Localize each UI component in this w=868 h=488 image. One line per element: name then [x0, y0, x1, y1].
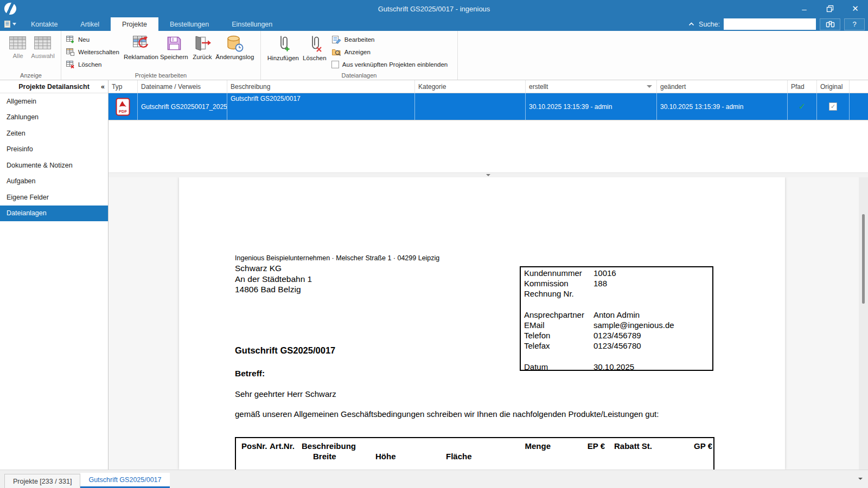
- doc-title: Gutschrift GS2025/0017: [235, 345, 335, 356]
- doc-col-rabatt: Rabatt St.: [614, 441, 652, 451]
- sidebar-item-aufgaben[interactable]: Aufgaben: [0, 174, 108, 190]
- anlage-hinzufuegen-button[interactable]: Hinzufügen: [265, 33, 301, 61]
- anlage-hinzufuegen-label: Hinzufügen: [267, 55, 299, 61]
- binoculars-icon: [826, 20, 835, 28]
- doc-recipient-name: Schwarz KG: [235, 263, 312, 274]
- attachment-row[interactable]: PDF Gutschrift GS20250017_20251... Gutsc…: [108, 93, 868, 120]
- splitter-handle[interactable]: [108, 172, 868, 177]
- grid-selection-icon: [34, 35, 52, 51]
- chevron-up-icon[interactable]: [688, 22, 695, 27]
- aenderungslog-label: Änderungslog: [215, 54, 254, 60]
- aenderungslog-button[interactable]: Änderungslog: [215, 33, 255, 60]
- pdf-file-icon: PDF: [116, 98, 130, 116]
- column-header-erstellt-label: erstellt: [529, 83, 548, 91]
- column-header-beschreibung[interactable]: Beschreibung: [227, 80, 415, 93]
- sidebar-item-eigene-felder[interactable]: Eigene Felder: [0, 189, 108, 206]
- close-button[interactable]: ✕: [843, 0, 868, 17]
- cell-dateiname: Gutschrift GS20250017_20251...: [138, 93, 227, 120]
- projekt-loeschen-button[interactable]: Löschen: [66, 59, 119, 70]
- projekt-loeschen-label: Löschen: [78, 61, 101, 68]
- sidebar-item-zahlungen[interactable]: Zahlungen: [0, 110, 108, 126]
- column-header-original[interactable]: Original: [817, 80, 850, 93]
- search-button[interactable]: [820, 18, 840, 30]
- doc-subject-label: Betreff:: [235, 369, 265, 378]
- sidebar-item-dateianlagen[interactable]: Dateianlagen: [0, 206, 108, 222]
- save-icon: [165, 35, 183, 52]
- preview-scrollbar[interactable]: [859, 177, 868, 470]
- cell-filler: [850, 93, 868, 120]
- app-menu-caret-icon: [12, 23, 16, 25]
- help-button[interactable]: ?: [844, 18, 865, 30]
- info-value: Anton Admin: [593, 310, 640, 320]
- cell-geaendert: 30.10.2025 13:15:39 - admin: [657, 93, 788, 120]
- minimize-button[interactable]: –: [792, 0, 817, 17]
- info-label: EMail: [524, 320, 593, 330]
- anlage-loeschen-button[interactable]: Löschen: [301, 33, 328, 61]
- doc-col-breite: Breite: [313, 452, 336, 461]
- reklamation-icon: [132, 35, 150, 52]
- table-new-icon: [66, 35, 75, 44]
- doc-col-menge: Menge: [507, 441, 551, 451]
- tab-overflow-icon[interactable]: [858, 478, 863, 480]
- status-tab-projekte[interactable]: Projekte [233 / 331]: [4, 474, 80, 488]
- sidebar-item-preisinfo[interactable]: Preisinfo: [0, 142, 108, 158]
- doc-recipient-address: Schwarz KG An der Städtebahn 1 14806 Bad…: [235, 263, 312, 295]
- speichern-label: Speichern: [160, 54, 188, 60]
- doc-info-box: Kundennummer10016 Kommission188 Rechnung…: [520, 266, 713, 371]
- alle-button[interactable]: Alle: [5, 33, 30, 59]
- app-menu-icon: [3, 20, 11, 28]
- column-header-geaendert[interactable]: geändert: [657, 80, 788, 93]
- sort-desc-icon: [647, 85, 652, 88]
- info-label: Telefon: [524, 330, 593, 341]
- status-tab-gutschrift[interactable]: Gutschrift GS2025/0017: [80, 473, 169, 488]
- view-folder-icon: [331, 48, 341, 56]
- tab-artikel[interactable]: Artikel: [69, 17, 111, 31]
- zurueck-button[interactable]: Zurück: [190, 33, 215, 60]
- speichern-button[interactable]: Speichern: [158, 33, 190, 60]
- anzeigen-label: Anzeigen: [344, 49, 371, 55]
- restore-button[interactable]: [817, 0, 843, 17]
- info-label: Datum: [524, 362, 593, 372]
- original-checkbox[interactable]: ✓: [829, 102, 837, 111]
- tab-bestellungen[interactable]: Bestellungen: [158, 17, 220, 31]
- reklamation-label: Reklamation: [124, 54, 158, 60]
- weiterschalten-button[interactable]: Weiterschalten: [66, 47, 119, 57]
- ribbon-group-dateianlagen: Hinzufügen Löschen Bearbeiten: [261, 31, 458, 80]
- doc-col-ep: EP €: [567, 441, 605, 451]
- doc-col-posnr: PosNr.: [241, 441, 267, 451]
- doc-items-table: PosNr. Art.Nr. Beschreibung Menge EP € R…: [235, 437, 714, 470]
- sidebar-item-dokumente-notizen[interactable]: Dokumente & Notizen: [0, 157, 108, 174]
- sidebar-collapse-icon[interactable]: «: [101, 83, 105, 91]
- auswahl-button[interactable]: Auswahl: [30, 33, 55, 59]
- tab-kontakte[interactable]: Kontakte: [20, 17, 69, 31]
- grid-all-icon: [9, 35, 27, 51]
- neu-button[interactable]: Neu: [66, 34, 119, 45]
- column-header-dateiname[interactable]: Dateiname / Verweis: [138, 80, 227, 93]
- window-title: Gutschrift GS2025/0017 - ingenious: [378, 5, 490, 13]
- search-input[interactable]: [724, 18, 816, 30]
- anzeigen-button[interactable]: Anzeigen: [331, 47, 448, 57]
- verknuepfte-projekte-checkbox[interactable]: Aus verknüpften Projekten einblenden: [331, 59, 448, 70]
- tab-einstellungen[interactable]: Einstellungen: [220, 17, 284, 31]
- auswahl-label: Auswahl: [31, 53, 54, 59]
- app-logo-icon: [4, 3, 16, 15]
- table-forward-icon: [66, 48, 75, 56]
- preview-scrollbar-thumb[interactable]: [862, 214, 865, 304]
- tab-projekte[interactable]: Projekte: [111, 17, 158, 31]
- info-label: Rechnung Nr.: [524, 288, 593, 299]
- checkbox-icon[interactable]: [331, 61, 339, 68]
- sidebar-item-allgemein[interactable]: Allgemein: [0, 93, 108, 110]
- app-menu-button[interactable]: [0, 17, 20, 31]
- cell-kategorie: [415, 93, 526, 120]
- column-header-pfad[interactable]: Pfad: [788, 80, 817, 93]
- column-header-erstellt[interactable]: erstellt: [526, 80, 657, 93]
- splitter-collapse-icon: [486, 174, 490, 176]
- cell-erstellt: 30.10.2025 13:15:39 - admin: [526, 93, 657, 120]
- reklamation-button[interactable]: Reklamation: [124, 33, 158, 60]
- bearbeiten-button[interactable]: Bearbeiten: [331, 34, 448, 45]
- column-header-typ[interactable]: Typ: [108, 80, 138, 93]
- grid-header: Typ Dateiname / Verweis Beschreibung Kat…: [108, 80, 868, 93]
- column-header-kategorie[interactable]: Kategorie: [415, 80, 526, 93]
- sidebar-item-zeiten[interactable]: Zeiten: [0, 125, 108, 142]
- group-label-anzeige: Anzeige: [1, 72, 61, 79]
